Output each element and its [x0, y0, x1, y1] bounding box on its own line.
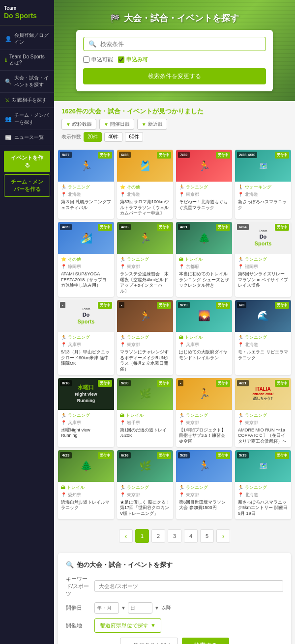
- event-date-18: 6/16: [119, 452, 131, 458]
- sidebar-item-events[interactable]: 🔍 大会・試合・イベントを探す: [0, 71, 54, 93]
- bottom-search-title: 🔍 他の大会・試合・イベントを探す: [66, 561, 283, 569]
- count-40-button[interactable]: 40件: [104, 132, 122, 142]
- page-5-button[interactable]: 5: [200, 529, 214, 543]
- count-20-button[interactable]: 20件: [84, 132, 102, 142]
- detail-expand-button[interactable]: ＋ 詳細条件を開く: [120, 638, 177, 644]
- event-card-13[interactable]: 水曜日 Night view Running 8/16 受付中 🏃 ランニング …: [58, 378, 114, 447]
- count-60-button[interactable]: 60件: [125, 132, 143, 142]
- create-team-button[interactable]: チーム・メンバーを作る: [4, 174, 50, 197]
- event-status-15: 受付中: [216, 380, 230, 387]
- event-card-7[interactable]: 🌲 4/21 受付中 🏔 トレイル 📍 京都府 本当に初めてのトレイルランニング…: [176, 222, 232, 297]
- pagination: ‹ 1 2 3 4 5 ›: [54, 523, 295, 549]
- event-card-6[interactable]: 🏃 4/26 受付中 🏃 ランニング 📍 東京都 ランステ公辺練習会：木曜夜〔空…: [117, 222, 173, 297]
- date-day-input[interactable]: [128, 602, 152, 614]
- sidebar-item-news[interactable]: 📰 ニュース一覧: [0, 130, 54, 145]
- event-card-2[interactable]: 🎽 6/23 受付中 ⭐ その他 📍 北海道 第33回サロマ湖100kmウルトラ…: [117, 150, 173, 219]
- chevron-icon: ▼: [150, 622, 156, 628]
- date-sep-1: ▼: [121, 605, 126, 611]
- event-image-15: 🏃 - 受付中: [176, 378, 232, 410]
- event-card-1[interactable]: 🏃 5/27 受付中 🏃 ランニング 📍 北海道 第３回 札幌ランニングフェステ…: [58, 150, 114, 219]
- event-category-10: 🏃 ランニング: [120, 334, 170, 341]
- event-card-14[interactable]: 🌿 5/20 受付中 🏔 トレイル 📍 岩手県 第1回のだ塩の道トレイル20K: [117, 378, 173, 447]
- event-image-9: Team Do Sports - 受付中: [58, 300, 114, 332]
- event-category-1: 🏃 ランニング: [61, 184, 111, 190]
- swords-icon: ⚔: [5, 97, 10, 104]
- event-status-8: 受付中: [275, 224, 289, 231]
- event-date-8: 6/24: [237, 224, 249, 230]
- keyword-row: キーワード/スポーツ: [66, 575, 283, 597]
- bottom-search-button[interactable]: 検索する: [182, 638, 229, 644]
- filter-accepting[interactable]: 申込み可: [118, 56, 148, 63]
- sidebar-item-register[interactable]: 👤 会員登録／ログイン: [0, 28, 54, 50]
- filter-accepting-checkbox[interactable]: [118, 56, 124, 63]
- filter-open[interactable]: 申込可能: [83, 56, 113, 63]
- date-month-input[interactable]: [94, 602, 119, 614]
- location-button[interactable]: 都道府県単位で探す ▼: [94, 618, 161, 633]
- page-1-button[interactable]: 1: [135, 529, 149, 543]
- event-location-10: 📍 東京都: [120, 342, 170, 348]
- event-location-13: 📍 兵庫県: [61, 420, 111, 426]
- date-label: 開催日: [66, 604, 90, 612]
- event-title-4: 新さっぽろハスマラニック: [238, 199, 288, 211]
- event-card-12[interactable]: 🌊 6/3 受付中 🏃 ランニング 📍 北海道 モ・ルエラニ リビエラマラニック: [235, 300, 291, 375]
- sidebar-item-opponents[interactable]: ⚔ 対戦相手を探す: [0, 93, 54, 108]
- event-title-11: はじめての大阪府ダイヤモンドトレイルラン: [179, 349, 229, 361]
- event-card-4[interactable]: 🗺️ 2/23 4/30 受付中 🚶 ウォーキング 📍 北海道 新さっぽろハスマ…: [235, 150, 291, 219]
- event-card-16[interactable]: ITALIA amore mia! 恋しちゃう? 4/21 受付中 🏃 ランニン…: [235, 378, 291, 447]
- event-category-9: 🏃 ランニング: [61, 334, 111, 341]
- event-card-3[interactable]: 🏃 7/22 受付中 🏃 ランニング 📍 東京都 そだねー！北海道もぐもぐ流星マ…: [176, 150, 232, 219]
- create-event-button[interactable]: イベントを作る: [4, 151, 50, 172]
- event-card-9[interactable]: Team Do Sports - 受付中 🏃 ランニング 📍 兵庫県 5/13（…: [58, 300, 114, 375]
- event-card-17[interactable]: 🌲 4/23 受付中 🏔 トレイル 📍 愛知県 浜海自然歩道トレイルマラニック: [58, 450, 114, 519]
- event-image-12: 🌊 6/3 受付中: [235, 300, 291, 332]
- sidebar-item-members[interactable]: 👥 チーム・メンバーを探す: [0, 108, 54, 130]
- sort-bar: ▼ 絞粒数眼 ▼ 開催日眼 ▼ 新近眼: [61, 119, 288, 130]
- event-title-7: 本当に初めてのトレイルランニング シューズとザックレンタル付き: [179, 271, 229, 289]
- filter-open-checkbox[interactable]: [83, 56, 89, 63]
- event-image-14: 🌿 5/20 受付中: [117, 378, 173, 410]
- event-location-19: 📍 東京都: [179, 492, 229, 498]
- event-title-16: AMORE MIO RUN 〜1a COPPA ICＣ〕（在日イタリア商工会浜所…: [238, 428, 288, 445]
- event-image-3: 🏃 7/22 受付中: [176, 150, 232, 182]
- event-card-5[interactable]: 🏄 4/29 受付中 ⭐ その他 📍 静岡県 ATAMI SUP&YOGA FE…: [58, 222, 114, 297]
- sort-date-button[interactable]: ▼ 開催日眼: [99, 119, 134, 130]
- event-location-2: 📍 北海道: [120, 191, 170, 198]
- date-row: 開催日 ▼ ▼ 以降: [66, 602, 283, 614]
- event-status-2: 受付中: [157, 152, 171, 159]
- search-box: 🔍 申込可能 申込み可 検索条件を変更する: [76, 30, 273, 91]
- event-card-10[interactable]: 🏃 - 受付中 🏃 ランニング 📍 東京都 マラソンにチャレンジするボディーメイ…: [117, 300, 173, 375]
- sort-popularity-button[interactable]: ▼ 絞粒数眼: [61, 119, 96, 130]
- event-date-6: 4/26: [119, 224, 131, 230]
- filter-row: 申込可能 申込み可: [83, 56, 266, 63]
- event-category-13: 🏃 ランニング: [61, 412, 111, 419]
- page-3-button[interactable]: 3: [168, 529, 181, 543]
- event-card-15[interactable]: 🏃 - 受付中 🏃 ランニング 📍 東京都 【1年間プロジェクト】目指せサブ3.…: [176, 378, 232, 447]
- keyword-input[interactable]: [94, 580, 283, 592]
- bottom-search-section: 🔍 他の大会・試合・イベントを探す キーワード/スポーツ 開催日 ▼ ▼ 以降 …: [58, 553, 291, 644]
- event-date-5: 4/29: [60, 224, 72, 230]
- event-card-11[interactable]: 🌄 5/19 受付中 🏔 トレイル 📍 兵庫県 はじめての大阪府ダイヤモンドトレ…: [176, 300, 232, 375]
- event-card-20[interactable]: 🗺️ 5/19 受付中 🏃 ランニング 📍 北海道 新さっぽろハスマラニック5k…: [235, 450, 291, 519]
- event-category-4: 🚶 ウォーキング: [238, 184, 288, 190]
- event-location-9: 📍 兵庫県: [61, 342, 111, 348]
- sidebar-item-label: 会員登録／ログイン: [14, 32, 49, 46]
- search-input[interactable]: [100, 41, 261, 48]
- event-card-18[interactable]: 🌿 6/16 受付中 🏃 ランニング 📍 東京都 ★足に優しく 脳にクる！第17…: [117, 450, 173, 519]
- event-date-14: 5/20: [119, 380, 131, 386]
- event-card-19[interactable]: 🏃 5/28 受付中 🏃 ランニング 📍 東京都 第6回目世田坂マラソン大会 参…: [176, 450, 232, 519]
- prev-page-button[interactable]: ‹: [119, 529, 133, 543]
- events-grid: 🏃 5/27 受付中 🏃 ランニング 📍 北海道 第３回 札幌ランニングフェステ…: [54, 146, 295, 523]
- next-page-button[interactable]: ›: [216, 529, 230, 543]
- event-image-5: 🏄 4/29 受付中: [58, 222, 114, 254]
- search-button[interactable]: 検索条件を変更する: [83, 68, 266, 84]
- event-image-16: ITALIA amore mia! 恋しちゃう? 4/21 受付中: [235, 378, 291, 410]
- sidebar-item-label: チーム・メンバーを探す: [14, 112, 49, 126]
- event-category-14: 🏔 トレイル: [120, 412, 170, 419]
- page-4-button[interactable]: 4: [184, 529, 198, 543]
- sidebar-item-about[interactable]: ℹ Team Do Sportsとは?: [0, 50, 54, 71]
- date-sep-2: ▼: [154, 605, 159, 611]
- sort-new-button[interactable]: ▼ 新近眼: [137, 119, 167, 130]
- event-card-8[interactable]: Team Do Sports 6/24 受付中 🏃 ランニング 📍 福岡県 第5…: [235, 222, 291, 297]
- page-2-button[interactable]: 2: [151, 529, 165, 543]
- event-date-20: 5/19: [237, 452, 249, 458]
